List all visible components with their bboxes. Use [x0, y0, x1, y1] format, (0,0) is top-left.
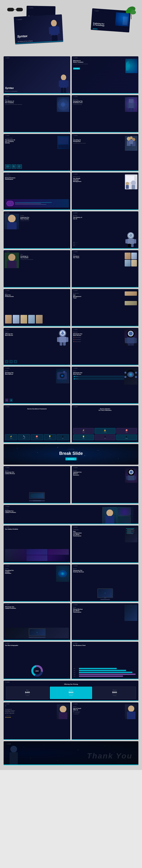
- svg-rect-0: [7, 8, 14, 11]
- slide-29: ⬡ syntax Showcase OurLaptop Portfolios ◈…: [4, 603, 70, 641]
- svg-rect-120: [127, 712, 136, 719]
- svg-point-117: [60, 706, 66, 712]
- svg-rect-118: [59, 712, 67, 719]
- svg-rect-122: [9, 752, 18, 765]
- svg-rect-73: [125, 338, 127, 343]
- sunglasses-decoration: [7, 6, 22, 11]
- cover-area: ⬡ syntax Syntax The History of Our Compa…: [2, 5, 140, 53]
- svg-rect-12: [57, 26, 60, 34]
- slide-8: ⬡ syntax AI Management Our StealthArtifi…: [72, 173, 138, 210]
- svg-rect-14: [54, 35, 57, 41]
- svg-rect-66: [63, 342, 66, 346]
- svg-rect-11: [49, 27, 52, 34]
- slide-20: ⬡ syntax Service SolutionFor Your A Busi…: [72, 405, 138, 443]
- slide-22: ⬡ syntax Mockup Showcase OurLaptop Mocku…: [4, 466, 70, 503]
- svg-point-45: [8, 215, 16, 222]
- svg-rect-98: [126, 476, 128, 480]
- slide-14: ⬡ syntax Management OurManagementTeam 14: [72, 289, 138, 327]
- svg-rect-74: [134, 338, 137, 343]
- slide-30: ⬡ syntax Mobile Phone MockupFor BetterPe…: [72, 603, 138, 641]
- svg-rect-76: [131, 343, 134, 346]
- slide-2: ⬡ syntax Welcome toBetter Company Lorem …: [72, 56, 138, 94]
- svg-rect-58: [7, 261, 17, 268]
- svg-rect-42: [132, 185, 135, 189]
- slide-35: ⬡ syntax Contact Get In TouchWith Us 📧 s…: [72, 703, 138, 740]
- svg-rect-65: [60, 342, 62, 346]
- slide-24: ⬡ syntax Portfolio Highlight OurLaptop P…: [4, 505, 138, 524]
- svg-rect-20: [64, 88, 66, 93]
- svg-rect-26: [129, 99, 134, 103]
- svg-rect-17: [59, 81, 61, 87]
- svg-point-67: [61, 332, 62, 333]
- slide-4: ⬡ syntax AI Evolution Navigating TheEvol…: [72, 95, 138, 132]
- svg-rect-27: [128, 103, 135, 108]
- svg-point-15: [61, 74, 66, 80]
- svg-rect-64: [66, 337, 68, 342]
- svg-rect-99: [134, 476, 136, 480]
- slide-7: ⬡ syntax Performance Diving BusinessPerf…: [4, 173, 70, 210]
- svg-rect-52: [134, 239, 136, 244]
- svg-rect-63: [57, 337, 60, 342]
- slide-23: ⬡ syntax Business Highlight OurBest InBu…: [72, 466, 138, 503]
- svg-point-57: [8, 254, 16, 261]
- svg-rect-18: [66, 81, 69, 87]
- slide-34: ⬡ syntax " The advance oftechnology is b…: [4, 703, 70, 740]
- svg-point-91: [135, 372, 137, 374]
- svg-rect-10: [50, 26, 58, 36]
- slide-19: ⬡ syntax Service Excellence Framework ⚡ …: [4, 405, 70, 443]
- slide-31: ⬡ syntax Our Best Infographic 2024 31: [4, 642, 70, 679]
- svg-point-92: [124, 376, 126, 378]
- svg-rect-50: [127, 239, 134, 244]
- svg-rect-13: [51, 35, 55, 41]
- svg-point-38: [130, 136, 133, 139]
- svg-rect-19: [61, 88, 63, 93]
- slide-21-break: ⬡ syntax Break Slide Get Started 21: [4, 444, 138, 465]
- slide-17: ⬡ syntax Method Devoting TheBest Method: [4, 367, 70, 404]
- svg-rect-46: [7, 222, 17, 229]
- plant-decoration: [125, 5, 136, 20]
- slide-10: ⬡ syntax AI History The History ofOur AI: [72, 211, 138, 249]
- slide-36-thankyou: ⬡ syntax Thank You 36: [4, 741, 138, 765]
- svg-point-55: [129, 234, 130, 235]
- slide-1: ⬡ syntax Syntax Welcome to our presentat…: [4, 56, 70, 94]
- svg-point-96: [130, 471, 133, 473]
- slide-26: ⬡ syntax Collaboration PairCollaboration…: [72, 526, 138, 563]
- slide-32: ⬡ syntax Our Business Chart 2020 2021 20…: [72, 642, 138, 679]
- svg-point-90: [124, 372, 126, 374]
- slide-18: ⬡ syntax Service Showcase OurBest Servic…: [72, 367, 138, 404]
- svg-point-9: [51, 20, 57, 27]
- slide-27: ⬡ syntax Portfolio Unveiling OurLaptopPo…: [4, 564, 70, 602]
- svg-rect-1: [16, 8, 23, 11]
- svg-point-71: [129, 332, 133, 336]
- svg-rect-39: [129, 140, 133, 144]
- svg-rect-51: [125, 239, 128, 244]
- svg-point-104: [62, 572, 64, 575]
- slide-28: ⬡ syntax Mockup Showcase OurDesktop Mock…: [72, 564, 138, 602]
- slide-12: ⬡ syntax Team IntroduceOur Team 12: [72, 250, 138, 287]
- svg-rect-44: [126, 185, 129, 189]
- cover-main-slide: ⬡ syntax Syntax The History of Our Compa…: [14, 14, 63, 44]
- svg-rect-54: [131, 244, 134, 247]
- svg-rect-28: [127, 103, 129, 107]
- svg-rect-30: [129, 108, 131, 112]
- svg-rect-81: [63, 371, 65, 373]
- slide-3: ⬡ syntax About Us The History ofOur Comp…: [4, 95, 70, 132]
- slide-16: ⬡ syntax Showcase Showcase OurBest Servi…: [72, 328, 138, 365]
- cover-right-slide: ⬡ syntax Exploring OurAI Technology: [91, 8, 131, 33]
- svg-rect-97: [128, 475, 135, 480]
- slide-6: ⬡ syntax AI Unveiling AIPerspective Lore…: [72, 134, 138, 172]
- svg-point-100: [106, 509, 113, 516]
- slide-15: ⬡ syntax Services Offering OurBest Servi…: [4, 328, 70, 365]
- svg-point-49: [129, 234, 133, 237]
- svg-rect-72: [127, 337, 135, 343]
- svg-rect-53: [128, 244, 131, 247]
- svg-rect-101: [105, 516, 114, 524]
- slide-5: ⬡ syntax Company Identity The Essence Of…: [4, 134, 70, 172]
- slide-11: ⬡ syntax Team Greetings toOur Founder Lo…: [4, 250, 70, 287]
- svg-rect-62: [59, 337, 66, 342]
- slide-13: ⬡ syntax Team Meet OurProfessionals 13: [4, 289, 70, 327]
- svg-point-80: [61, 375, 63, 377]
- slide-33-pricing: ⬡ syntax Offering Our Pricing Basic $400…: [4, 681, 138, 701]
- svg-rect-75: [128, 343, 131, 346]
- svg-point-68: [63, 332, 65, 333]
